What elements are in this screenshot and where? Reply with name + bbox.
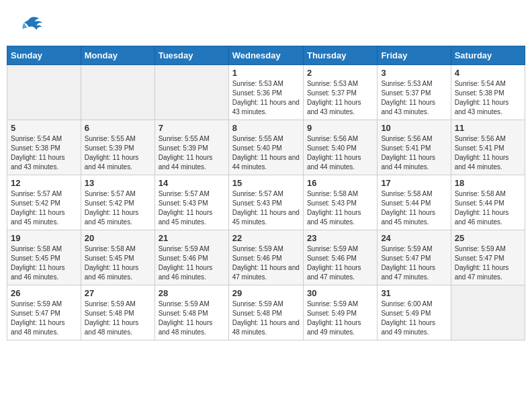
table-row: 25Sunrise: 5:59 AMSunset: 5:47 PMDayligh… [451, 230, 525, 285]
table-row: 9Sunrise: 5:56 AMSunset: 5:40 PMDaylight… [303, 120, 377, 175]
calendar-week-row: 5Sunrise: 5:54 AMSunset: 5:38 PMDaylight… [7, 120, 525, 175]
table-row [154, 65, 228, 120]
day-number: 9 [307, 123, 373, 133]
logo [17, 13, 44, 37]
calendar-week-row: 26Sunrise: 5:59 AMSunset: 5:47 PMDayligh… [7, 285, 525, 340]
day-number: 10 [381, 123, 447, 133]
table-row: 20Sunrise: 5:58 AMSunset: 5:45 PMDayligh… [81, 230, 154, 285]
table-row: 17Sunrise: 5:58 AMSunset: 5:44 PMDayligh… [378, 175, 451, 230]
table-row: 18Sunrise: 5:58 AMSunset: 5:44 PMDayligh… [451, 175, 525, 230]
day-number: 3 [381, 68, 447, 78]
table-row: 19Sunrise: 5:58 AMSunset: 5:45 PMDayligh… [7, 230, 81, 285]
day-number: 13 [85, 178, 151, 188]
day-number: 5 [11, 123, 77, 133]
day-info: Sunrise: 5:56 AMSunset: 5:40 PMDaylight:… [307, 135, 361, 171]
day-info: Sunrise: 5:55 AMSunset: 5:39 PMDaylight:… [159, 135, 213, 171]
day-info: Sunrise: 5:59 AMSunset: 5:47 PMDaylight:… [381, 245, 435, 281]
day-info: Sunrise: 5:59 AMSunset: 5:48 PMDaylight:… [232, 300, 300, 336]
table-row: 28Sunrise: 5:59 AMSunset: 5:48 PMDayligh… [154, 285, 228, 340]
day-info: Sunrise: 5:58 AMSunset: 5:44 PMDaylight:… [455, 190, 509, 226]
day-number: 21 [159, 233, 225, 243]
day-info: Sunrise: 5:53 AMSunset: 5:37 PMDaylight:… [307, 80, 361, 116]
day-info: Sunrise: 6:00 AMSunset: 5:49 PMDaylight:… [381, 300, 435, 336]
day-number: 2 [307, 68, 373, 78]
day-number: 18 [455, 178, 521, 188]
day-number: 20 [85, 233, 151, 243]
day-number: 11 [455, 123, 521, 133]
day-number: 26 [11, 288, 77, 298]
day-info: Sunrise: 5:59 AMSunset: 5:46 PMDaylight:… [232, 245, 300, 281]
day-number: 25 [455, 233, 521, 243]
day-info: Sunrise: 5:59 AMSunset: 5:49 PMDaylight:… [307, 300, 361, 336]
col-monday: Monday [81, 46, 154, 65]
table-row: 13Sunrise: 5:57 AMSunset: 5:42 PMDayligh… [81, 175, 154, 230]
table-row: 7Sunrise: 5:55 AMSunset: 5:39 PMDaylight… [154, 120, 228, 175]
col-wednesday: Wednesday [228, 46, 303, 65]
table-row [81, 65, 154, 120]
col-tuesday: Tuesday [154, 46, 228, 65]
table-row: 22Sunrise: 5:59 AMSunset: 5:46 PMDayligh… [228, 230, 303, 285]
day-number: 7 [159, 123, 225, 133]
day-number: 22 [232, 233, 300, 243]
day-number: 28 [159, 288, 225, 298]
table-row: 3Sunrise: 5:53 AMSunset: 5:37 PMDaylight… [378, 65, 451, 120]
table-row: 11Sunrise: 5:56 AMSunset: 5:41 PMDayligh… [451, 120, 525, 175]
table-row: 21Sunrise: 5:59 AMSunset: 5:46 PMDayligh… [154, 230, 228, 285]
table-row: 5Sunrise: 5:54 AMSunset: 5:38 PMDaylight… [7, 120, 81, 175]
table-row [7, 65, 81, 120]
table-row: 30Sunrise: 5:59 AMSunset: 5:49 PMDayligh… [303, 285, 377, 340]
col-saturday: Saturday [451, 46, 525, 65]
day-number: 17 [381, 178, 447, 188]
day-info: Sunrise: 5:54 AMSunset: 5:38 PMDaylight:… [455, 80, 509, 116]
day-info: Sunrise: 5:59 AMSunset: 5:46 PMDaylight:… [159, 245, 213, 281]
col-friday: Friday [378, 46, 451, 65]
day-number: 16 [307, 178, 373, 188]
day-info: Sunrise: 5:55 AMSunset: 5:39 PMDaylight:… [85, 135, 139, 171]
day-info: Sunrise: 5:57 AMSunset: 5:43 PMDaylight:… [159, 190, 213, 226]
day-number: 15 [232, 178, 300, 188]
day-info: Sunrise: 5:59 AMSunset: 5:46 PMDaylight:… [307, 245, 361, 281]
day-info: Sunrise: 5:59 AMSunset: 5:48 PMDaylight:… [85, 300, 139, 336]
col-thursday: Thursday [303, 46, 377, 65]
table-row: 14Sunrise: 5:57 AMSunset: 5:43 PMDayligh… [154, 175, 228, 230]
day-number: 12 [11, 178, 77, 188]
day-number: 19 [11, 233, 77, 243]
table-row: 4Sunrise: 5:54 AMSunset: 5:38 PMDaylight… [451, 65, 525, 120]
logo-icon [17, 13, 44, 37]
day-number: 4 [455, 68, 521, 78]
day-info: Sunrise: 5:58 AMSunset: 5:45 PMDaylight:… [11, 245, 65, 281]
table-row: 16Sunrise: 5:58 AMSunset: 5:43 PMDayligh… [303, 175, 377, 230]
day-info: Sunrise: 5:57 AMSunset: 5:42 PMDaylight:… [11, 190, 65, 226]
calendar-week-row: 12Sunrise: 5:57 AMSunset: 5:42 PMDayligh… [7, 175, 525, 230]
day-info: Sunrise: 5:59 AMSunset: 5:47 PMDaylight:… [455, 245, 509, 281]
day-info: Sunrise: 5:56 AMSunset: 5:41 PMDaylight:… [381, 135, 435, 171]
day-number: 30 [307, 288, 373, 298]
table-row: 31Sunrise: 6:00 AMSunset: 5:49 PMDayligh… [378, 285, 451, 340]
col-sunday: Sunday [7, 46, 81, 65]
day-number: 1 [232, 68, 300, 78]
day-info: Sunrise: 5:58 AMSunset: 5:43 PMDaylight:… [307, 190, 361, 226]
table-row: 6Sunrise: 5:55 AMSunset: 5:39 PMDaylight… [81, 120, 154, 175]
table-row: 2Sunrise: 5:53 AMSunset: 5:37 PMDaylight… [303, 65, 377, 120]
day-number: 27 [85, 288, 151, 298]
table-row: 24Sunrise: 5:59 AMSunset: 5:47 PMDayligh… [378, 230, 451, 285]
page-header [7, 7, 525, 40]
calendar-week-row: 1Sunrise: 5:53 AMSunset: 5:36 PMDaylight… [7, 65, 525, 120]
table-row: 27Sunrise: 5:59 AMSunset: 5:48 PMDayligh… [81, 285, 154, 340]
day-number: 31 [381, 288, 447, 298]
day-info: Sunrise: 5:53 AMSunset: 5:36 PMDaylight:… [232, 80, 300, 116]
day-info: Sunrise: 5:56 AMSunset: 5:41 PMDaylight:… [455, 135, 509, 171]
day-info: Sunrise: 5:54 AMSunset: 5:38 PMDaylight:… [11, 135, 65, 171]
day-info: Sunrise: 5:59 AMSunset: 5:47 PMDaylight:… [11, 300, 65, 336]
table-row: 8Sunrise: 5:55 AMSunset: 5:40 PMDaylight… [228, 120, 303, 175]
day-info: Sunrise: 5:57 AMSunset: 5:42 PMDaylight:… [85, 190, 139, 226]
day-number: 23 [307, 233, 373, 243]
table-row: 1Sunrise: 5:53 AMSunset: 5:36 PMDaylight… [228, 65, 303, 120]
table-row: 29Sunrise: 5:59 AMSunset: 5:48 PMDayligh… [228, 285, 303, 340]
table-row: 10Sunrise: 5:56 AMSunset: 5:41 PMDayligh… [378, 120, 451, 175]
table-row: 15Sunrise: 5:57 AMSunset: 5:43 PMDayligh… [228, 175, 303, 230]
day-info: Sunrise: 5:57 AMSunset: 5:43 PMDaylight:… [232, 190, 300, 226]
day-number: 14 [159, 178, 225, 188]
calendar-header-row: Sunday Monday Tuesday Wednesday Thursday… [7, 46, 525, 65]
day-info: Sunrise: 5:53 AMSunset: 5:37 PMDaylight:… [381, 80, 435, 116]
